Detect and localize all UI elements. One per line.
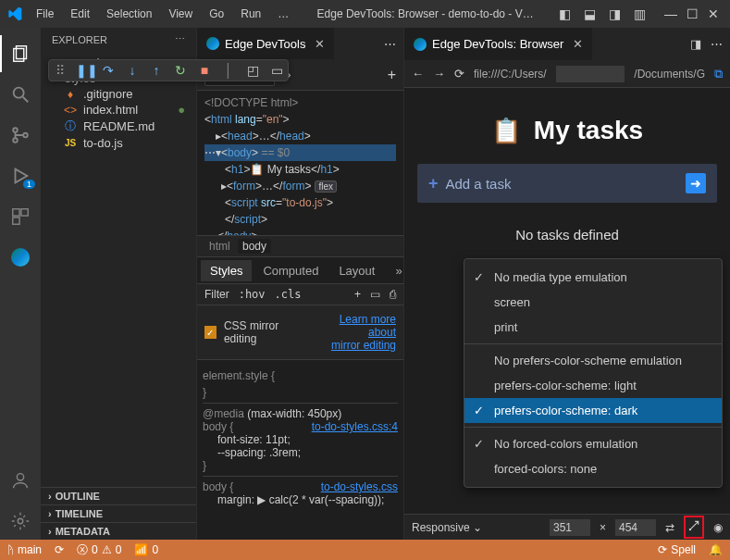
activity-explorer[interactable]: [0, 35, 41, 72]
selected-body-node[interactable]: ⋯▾<body> == $0: [204, 144, 396, 161]
activity-account[interactable]: [0, 462, 41, 499]
css-rules-pane[interactable]: element.style { } @media (max-width: 450…: [197, 360, 403, 540]
add-panel-icon[interactable]: +: [388, 67, 396, 83]
em-no-media[interactable]: ✓No media type emulation: [464, 265, 722, 290]
activity-settings[interactable]: [0, 503, 41, 540]
explorer-more-icon[interactable]: ⋯: [175, 33, 185, 45]
minimize-button[interactable]: —: [661, 3, 681, 25]
viewport-width-input[interactable]: [550, 519, 590, 536]
em-scheme-dark[interactable]: ✓prefers-color-scheme: dark: [464, 398, 722, 423]
menu-selection[interactable]: Selection: [100, 6, 158, 22]
panel-bottom-icon[interactable]: ⬓: [580, 3, 600, 25]
visibility-icon[interactable]: ◉: [713, 521, 723, 534]
breadcrumb-html[interactable]: html: [204, 239, 235, 254]
svg-point-5: [13, 138, 18, 143]
file-item-gitignore[interactable]: ♦.gitignore: [41, 86, 196, 102]
debug-pause-icon[interactable]: ❚❚: [76, 63, 93, 78]
debug-inspect-icon[interactable]: ◰: [244, 63, 261, 78]
emulation-popup[interactable]: ✓No media type emulation screen print No…: [464, 258, 723, 488]
explorer-sidebar: EXPLORER ⋯ ›.vscode ›styles ♦.gitignore …: [41, 28, 196, 540]
debug-stepout-icon[interactable]: ↑: [148, 63, 165, 78]
open-external-icon[interactable]: ⧉: [714, 67, 723, 81]
em-print[interactable]: print: [464, 315, 722, 340]
mirror-learn-link[interactable]: Learn more about: [340, 313, 396, 339]
debug-stop-icon[interactable]: ■: [196, 63, 213, 78]
debug-stepover-icon[interactable]: ↷: [100, 63, 117, 78]
maximize-button[interactable]: ☐: [683, 3, 702, 25]
submit-arrow-icon[interactable]: ➜: [686, 173, 706, 193]
menu-file[interactable]: File: [30, 6, 60, 22]
css-src-link-1[interactable]: to-do-styles.css:4: [312, 420, 398, 433]
print-icon[interactable]: ⎙: [390, 288, 396, 301]
mirror-checkbox[interactable]: ✓: [204, 326, 217, 339]
file-item-index[interactable]: <>index.html●: [41, 102, 196, 118]
browser-viewport[interactable]: 📋 My tasks + Add a task ➜ No tasks defin…: [404, 88, 730, 514]
status-problems[interactable]: ⓧ 0 ⚠ 0: [77, 542, 121, 558]
rotate-icon[interactable]: ⇄: [665, 521, 674, 534]
nav-back-icon[interactable]: ←: [412, 67, 424, 81]
em-no-scheme[interactable]: No prefers-color-scheme emulation: [464, 348, 722, 373]
url-input[interactable]: [556, 66, 625, 82]
breadcrumb-body[interactable]: body: [238, 239, 271, 254]
tab-edge-browser[interactable]: Edge DevTools: Browser ✕: [404, 28, 593, 60]
mirror-edit-link[interactable]: mirror editing: [331, 339, 396, 352]
em-scheme-light[interactable]: prefers-color-scheme: light: [464, 373, 722, 398]
layout-tab[interactable]: Layout: [329, 260, 384, 281]
device-icon[interactable]: ▭: [370, 288, 380, 301]
menu-go[interactable]: Go: [203, 6, 230, 22]
section-timeline[interactable]: ›TIMELINE: [41, 504, 196, 522]
section-metadata[interactable]: ›METADATA: [41, 522, 196, 540]
customize-layout-icon[interactable]: ▥: [630, 3, 650, 25]
elements-dom-tree[interactable]: <!DOCTYPE html> <html lang="en"> ▸<head>…: [197, 91, 403, 235]
styles-tab[interactable]: Styles: [201, 260, 252, 281]
em-no-forced[interactable]: ✓No forced-colors emulation: [464, 431, 722, 456]
em-forced-none[interactable]: forced-colors: none: [464, 456, 722, 481]
panel-right-icon[interactable]: ◨: [605, 3, 625, 25]
panel-left-icon[interactable]: ◧: [555, 3, 575, 25]
responsive-dropdown[interactable]: Responsive ⌄: [412, 521, 482, 534]
activity-source-control[interactable]: [0, 117, 41, 154]
activity-debug[interactable]: 1: [0, 157, 41, 194]
status-sync[interactable]: ⟳: [55, 543, 64, 556]
tab-edge-devtools[interactable]: Edge DevTools ✕: [197, 28, 335, 59]
menu-edit[interactable]: Edit: [64, 6, 96, 22]
computed-tab[interactable]: Computed: [254, 260, 328, 281]
add-task-input[interactable]: + Add a task ➜: [417, 164, 717, 203]
file-item-todojs[interactable]: JSto-do.js: [41, 135, 196, 151]
filter-label[interactable]: Filter: [204, 288, 229, 301]
status-branch[interactable]: ᚤ main: [7, 543, 42, 556]
nav-forward-icon[interactable]: →: [433, 67, 445, 81]
emulation-options-button[interactable]: [684, 516, 704, 539]
section-outline[interactable]: ›OUTLINE: [41, 487, 196, 504]
debug-device-icon[interactable]: ▭: [268, 63, 285, 78]
close-tab-icon[interactable]: ✕: [315, 37, 325, 51]
tab-more-icon[interactable]: ⋯: [711, 37, 723, 51]
css-src-link-2[interactable]: to-do-styles.css: [321, 480, 398, 493]
em-screen[interactable]: screen: [464, 290, 722, 315]
debug-stepin-icon[interactable]: ↓: [124, 63, 141, 78]
debug-restart-icon[interactable]: ↻: [172, 63, 189, 78]
doctype-node[interactable]: <!DOCTYPE html>: [204, 94, 396, 111]
file-item-readme[interactable]: ⓘREADME.md: [41, 118, 196, 135]
menu-more[interactable]: …: [271, 6, 295, 22]
nav-reload-icon[interactable]: ⟳: [454, 67, 464, 81]
close-button[interactable]: ✕: [704, 3, 723, 25]
menu-view[interactable]: View: [162, 6, 199, 22]
close-tab-icon[interactable]: ✕: [573, 37, 583, 51]
add-rule-icon[interactable]: +: [354, 288, 361, 301]
split-right-icon[interactable]: ◨: [690, 37, 701, 51]
hov-toggle[interactable]: :hov: [239, 288, 266, 301]
status-spell[interactable]: ⟳ Spell: [658, 543, 696, 556]
status-port[interactable]: 📶 0: [134, 543, 158, 556]
menu-run[interactable]: Run: [234, 6, 267, 22]
cls-toggle[interactable]: .cls: [275, 288, 302, 301]
file-tree[interactable]: ›.vscode ›styles ♦.gitignore <>index.htm…: [41, 51, 196, 487]
debug-toolbar[interactable]: ⠿ ❚❚ ↷ ↓ ↑ ↻ ■ │ ◰ ▭: [48, 59, 289, 81]
viewport-height-input[interactable]: [615, 519, 656, 536]
tab-more-icon[interactable]: ⋯: [384, 37, 396, 51]
activity-extensions[interactable]: [0, 198, 41, 235]
activity-edge[interactable]: [0, 239, 41, 276]
status-bell-icon[interactable]: 🔔: [709, 543, 723, 556]
elements-breadcrumb[interactable]: html body: [197, 235, 403, 257]
activity-search[interactable]: [0, 76, 41, 113]
